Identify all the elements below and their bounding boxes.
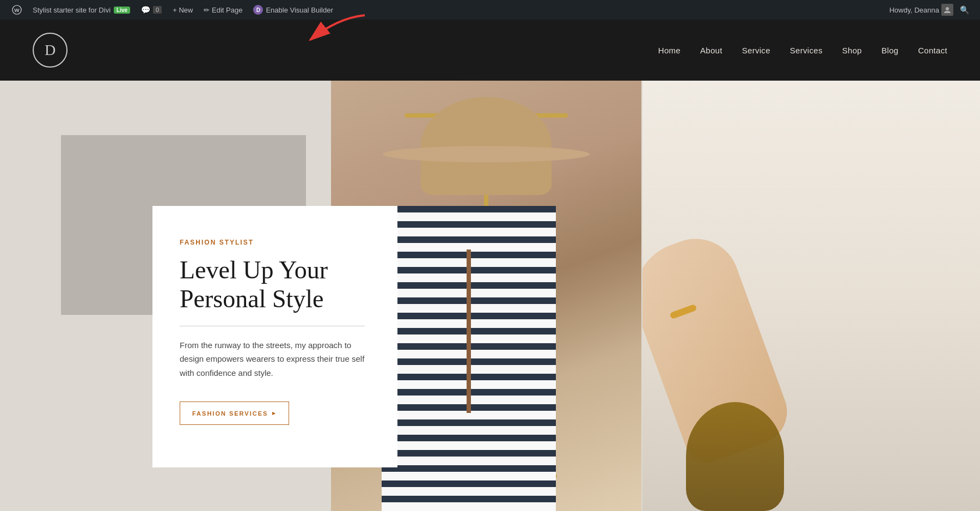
shirt-stripe-15 (382, 419, 556, 426)
divi-icon: D (253, 5, 263, 15)
shirt-stripe-17 (382, 450, 556, 457)
admin-bar-right: Howdy, Deanna 🔍 (889, 4, 973, 16)
howdy-text: Howdy, Deanna (889, 6, 939, 14)
card-eyebrow: FASHION STYLIST (180, 239, 370, 246)
live-badge: Live (114, 7, 130, 14)
new-item[interactable]: + New (167, 0, 198, 20)
hat-brim (383, 146, 590, 162)
shirt-visual (382, 206, 556, 511)
hero-content-card: FASHION STYLIST Level Up Your Personal S… (152, 206, 397, 467)
card-body-text: From the runway to the streets, my appro… (180, 338, 370, 380)
nav-contact[interactable]: Contact (918, 46, 947, 55)
shirt-stripe-19 (382, 480, 556, 487)
card-title: Level Up Your Personal Style (180, 256, 370, 314)
divi-item[interactable]: D Enable Visual Builder (248, 0, 338, 20)
shirt-stripe-1 (382, 206, 556, 212)
shirt-stripe-3 (382, 236, 556, 243)
site-name-text: Stylist starter site for Divi (33, 6, 111, 14)
shirt-stripe-16 (382, 435, 556, 441)
shirt-stripe-20 (382, 496, 556, 502)
logo-letter: D (45, 41, 56, 59)
right-photo (642, 81, 980, 511)
shirt-strap (467, 250, 471, 413)
enable-visual-builder-label: Enable Visual Builder (266, 6, 333, 14)
nav-blog[interactable]: Blog (881, 46, 898, 55)
search-icon[interactable]: 🔍 (955, 5, 973, 14)
site-header: D Home About Service Services Shop Blog … (0, 20, 980, 81)
user-avatar[interactable] (941, 4, 953, 16)
nav-home[interactable]: Home (658, 46, 681, 55)
svg-text:W: W (14, 7, 20, 13)
comment-icon: 💬 (141, 5, 150, 14)
site-name-item[interactable]: Stylist starter site for Divi Live (27, 0, 136, 20)
nav-shop[interactable]: Shop (842, 46, 862, 55)
wordpress-icon: W (12, 5, 22, 15)
new-label: + New (173, 6, 193, 14)
card-divider (180, 326, 365, 326)
nav-about[interactable]: About (700, 46, 722, 55)
fashion-services-cta[interactable]: FASHION SERVICES ▸ (180, 402, 289, 425)
comment-count: 0 (153, 6, 162, 14)
avatar-icon (943, 5, 952, 14)
site-logo[interactable]: D (33, 33, 68, 68)
site-nav: Home About Service Services Shop Blog Co… (658, 46, 947, 55)
admin-bar: W Stylist starter site for Divi Live 💬 0… (0, 0, 980, 20)
head-figure (686, 402, 784, 511)
cta-label: FASHION SERVICES (192, 410, 268, 417)
edit-page-item[interactable]: ✏ Edit Page (198, 0, 248, 20)
cta-arrow-icon: ▸ (272, 410, 277, 417)
comments-item[interactable]: 💬 0 (136, 0, 167, 20)
hero-section: FASHION STYLIST Level Up Your Personal S… (0, 81, 980, 511)
nav-services[interactable]: Services (790, 46, 823, 55)
edit-page-label: ✏ Edit Page (204, 6, 242, 14)
svg-point-3 (946, 7, 949, 10)
wp-logo-item[interactable]: W (7, 0, 27, 20)
nav-service[interactable]: Service (742, 46, 770, 55)
shirt-stripe-18 (382, 465, 556, 472)
shirt-stripe-2 (382, 221, 556, 228)
